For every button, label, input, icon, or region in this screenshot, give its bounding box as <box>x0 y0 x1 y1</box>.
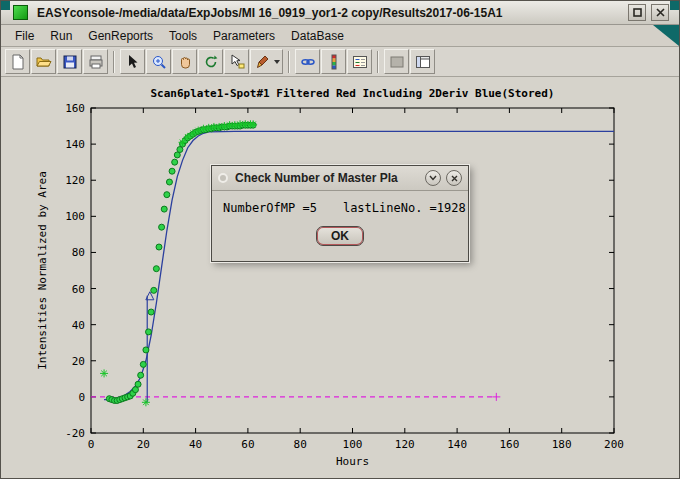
svg-text:180: 180 <box>552 438 572 451</box>
menubar: File Run GenReports Tools Parameters Dat… <box>1 25 679 47</box>
window-title: EASYconsole-/media/data/ExpJobs/MI 16_09… <box>37 6 503 20</box>
link-icon <box>299 53 317 71</box>
save-icon <box>61 53 79 71</box>
rotate-3d-button[interactable] <box>198 49 223 74</box>
close-icon <box>656 8 665 17</box>
svg-text:-20: -20 <box>65 427 85 440</box>
svg-text:60: 60 <box>72 283 85 296</box>
rotate-icon <box>202 53 220 71</box>
colorbar-icon <box>325 53 343 71</box>
app-icon <box>13 5 28 20</box>
toolbar-separator <box>288 51 290 73</box>
insert-colorbar-button[interactable] <box>321 49 346 74</box>
menu-run[interactable]: Run <box>42 26 80 46</box>
open-file-button[interactable] <box>31 49 56 74</box>
svg-text:80: 80 <box>72 246 85 259</box>
insert-legend-button[interactable] <box>347 49 372 74</box>
new-figure-button[interactable] <box>5 49 30 74</box>
new-figure-icon <box>9 53 27 71</box>
easyconsole-window: EASYconsole-/media/data/ExpJobs/MI 16_09… <box>0 0 680 479</box>
svg-text:100: 100 <box>65 210 85 223</box>
close-button[interactable] <box>651 4 669 21</box>
svg-text:60: 60 <box>241 438 254 451</box>
zoom-in-icon <box>150 53 168 71</box>
zoom-in-button[interactable] <box>146 49 171 74</box>
svg-text:200: 200 <box>604 438 624 451</box>
figure-area: 020406080100120140160180200-200204060801… <box>1 77 679 478</box>
link-plot-button[interactable] <box>295 49 320 74</box>
dialog-body: NumberOfMP =5 lastLineNo. =1928 OK <box>212 191 468 246</box>
svg-text:100: 100 <box>343 438 363 451</box>
brush-dropdown-caret[interactable] <box>274 60 280 64</box>
edit-plot-button[interactable] <box>120 49 145 74</box>
numberofmp-value: NumberOfMP =5 <box>223 201 317 215</box>
close-icon <box>451 175 458 182</box>
maximize-icon <box>633 8 642 17</box>
window-corner-grip-right[interactable] <box>670 1 679 10</box>
brush-icon <box>254 53 272 71</box>
svg-text:20: 20 <box>72 355 85 368</box>
figure-toolbar <box>1 47 679 77</box>
toolbar-separator <box>113 51 115 73</box>
svg-text:20: 20 <box>137 438 150 451</box>
menu-database[interactable]: DataBase <box>283 26 352 46</box>
hide-plot-tools-icon <box>388 53 406 71</box>
edit-arrow-icon <box>124 53 142 71</box>
toolbar-separator <box>377 51 379 73</box>
ok-button[interactable]: OK <box>316 226 364 246</box>
plot-canvas[interactable]: 020406080100120140160180200-200204060801… <box>1 77 679 478</box>
brush-button[interactable] <box>250 49 283 74</box>
window-corner-grip-left[interactable] <box>1 1 10 10</box>
legend-icon <box>351 53 369 71</box>
data-cursor-button[interactable] <box>224 49 249 74</box>
open-folder-icon <box>35 53 53 71</box>
svg-text:160: 160 <box>499 438 519 451</box>
menu-file[interactable]: File <box>7 26 42 46</box>
dialog-titlebar[interactable]: Check Number of Master Pla <box>212 166 468 191</box>
menu-parameters[interactable]: Parameters <box>205 26 283 46</box>
maximize-button[interactable] <box>628 4 646 21</box>
dialog-icon <box>218 173 228 183</box>
svg-text:80: 80 <box>294 438 307 451</box>
show-plot-tools-icon <box>414 53 432 71</box>
svg-text:120: 120 <box>395 438 415 451</box>
svg-text:0: 0 <box>88 438 95 451</box>
svg-text:Intensities Normalized by Area: Intensities Normalized by Area <box>36 171 49 370</box>
save-figure-button[interactable] <box>57 49 82 74</box>
hand-icon <box>176 53 194 71</box>
print-figure-button[interactable] <box>83 49 108 74</box>
lastlineno-value: lastLineNo. =1928 <box>343 201 466 215</box>
menubar-corner-decoration <box>653 25 679 46</box>
menu-genreports[interactable]: GenReports <box>80 26 161 46</box>
menu-tools[interactable]: Tools <box>161 26 205 46</box>
data-cursor-icon <box>228 53 246 71</box>
dialog-collapse-button[interactable] <box>425 170 441 186</box>
chevron-down-icon <box>429 175 437 181</box>
dialog-close-button[interactable] <box>446 170 462 186</box>
svg-text:40: 40 <box>72 319 85 332</box>
svg-text:140: 140 <box>447 438 467 451</box>
pan-button[interactable] <box>172 49 197 74</box>
svg-text:160: 160 <box>65 102 85 115</box>
hide-plot-tools-button[interactable] <box>384 49 409 74</box>
svg-text:Hours: Hours <box>336 455 369 468</box>
svg-text:0: 0 <box>78 391 85 404</box>
check-number-dialog: Check Number of Master Pla NumberOfMP =5… <box>211 165 469 262</box>
dialog-title: Check Number of Master Pla <box>235 171 420 185</box>
svg-text:120: 120 <box>65 174 85 187</box>
printer-icon <box>87 53 105 71</box>
window-titlebar[interactable]: EASYconsole-/media/data/ExpJobs/MI 16_09… <box>1 1 679 25</box>
show-plot-tools-button[interactable] <box>410 49 435 74</box>
svg-text:40: 40 <box>189 438 202 451</box>
svg-text:140: 140 <box>65 138 85 151</box>
svg-text:Scan6plate1-Spot#1 Filtered Re: Scan6plate1-Spot#1 Filtered Red Includin… <box>151 87 555 100</box>
